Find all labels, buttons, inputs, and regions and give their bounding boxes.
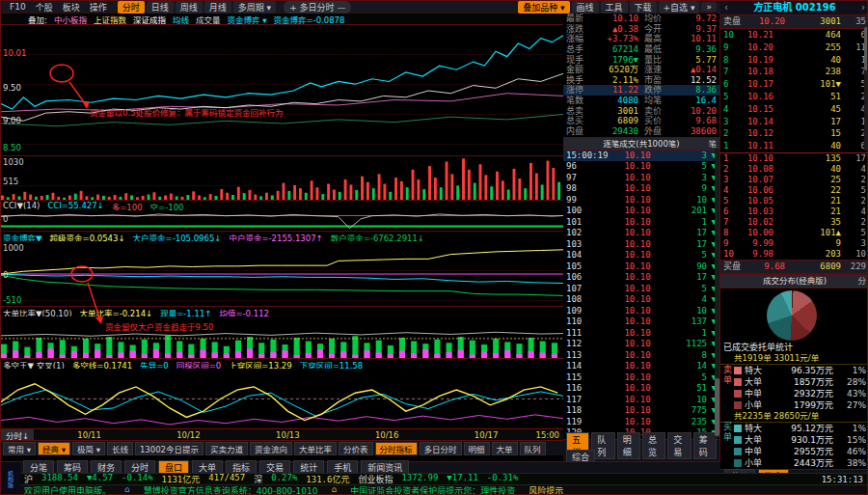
tick-row[interactable]: 119 10.10 235 ▼ [563, 417, 719, 428]
tick-row[interactable]: 112 10.10 1125 ▼ [563, 339, 719, 350]
buy-level-row[interactable]: 5 10.05 21 2 [720, 196, 868, 206]
legend-item[interactable]: 上证指数 [94, 14, 126, 24]
indicator-tab[interactable]: 大单 [492, 442, 518, 455]
tick-row[interactable]: 99 10.10 10 ▼ [563, 195, 719, 206]
indicator-tab[interactable]: 资金流向 [250, 442, 292, 455]
indicator-tab[interactable]: 大单比率 [294, 442, 337, 455]
mid-tab[interactable]: 交易 [667, 432, 691, 459]
tool-button[interactable]: 叠加品种 ▾ [518, 1, 569, 14]
cci-indicator-panel[interactable]: CCI▼(14)CCI=55.427↓多=100空=-100 0 [1, 200, 563, 232]
menu-item[interactable]: F10 [5, 2, 31, 12]
legend-item[interactable]: 中小板指 [54, 14, 87, 24]
layout-dropdown[interactable]: 经典 ▾ [38, 442, 70, 455]
menu-item[interactable]: 板块 [58, 1, 85, 14]
tick-row[interactable]: 96 10.10 5 ▼ [563, 161, 719, 173]
legend-item[interactable]: 均线 [173, 14, 189, 24]
tick-row[interactable]: 118 10.10 775 ▼ [563, 405, 719, 417]
sell-level-row[interactable]: 2 10.12 15 2 [720, 127, 868, 140]
tool-button[interactable]: 下载 [630, 1, 657, 14]
tick-row[interactable]: 100 10.10 201 ▼ [563, 206, 719, 217]
indicator-tab[interactable]: 分价表 [339, 442, 373, 455]
legend-item[interactable]: 资金博弈 ▾ [227, 14, 266, 24]
layout-dropdown[interactable]: 长线 [107, 442, 133, 455]
tool-button[interactable]: 工具 [601, 1, 628, 14]
indicator-tab[interactable]: 队列 [520, 442, 546, 455]
layout-dropdown[interactable]: 常用 ▾ [3, 442, 36, 455]
buy-level-row[interactable]: 4 10.06 22 5 [720, 185, 868, 196]
tick-row[interactable]: 113 10.10 8 ▼ [563, 350, 719, 362]
tick-row[interactable]: 111 10.10 1 ▼ [563, 328, 719, 340]
indicator-tab[interactable]: 明细 [464, 442, 490, 455]
period-tab[interactable]: 分时 [118, 1, 145, 14]
period-tab[interactable]: 月线 [204, 1, 231, 14]
layout-dropdown[interactable]: 极简 ▾ [72, 442, 105, 455]
sell-level-row[interactable]: 9 10.20 255 11 [720, 41, 868, 54]
tick-row[interactable]: 117 10.10 10 ▼ [563, 395, 719, 406]
tick-scrollbar[interactable] [715, 149, 719, 438]
big-order-ratio-panel[interactable]: 大单比率▼(50,10)大单比率=-0.214↓现量=-1.11↑均值=-0.1… [1, 306, 563, 359]
sell-group-summary: 共1919单 33011元/单 [720, 353, 868, 365]
legend-item[interactable]: 深证成指 [133, 14, 166, 24]
oscillator-panel[interactable]: 多空王▼ 交叉(1)多空线=0.1741先导=0回探区间=0上穿区间=13.29… [1, 358, 563, 429]
buy-level-row[interactable]: 10 9.98 203 10 [720, 249, 868, 260]
buy-level-row[interactable]: 2 10.08 40 4 [720, 164, 868, 175]
tick-row[interactable]: 114 10.10 14 ▼ [563, 361, 719, 372]
tick-row[interactable]: 97 10.10 3 ▼ [563, 173, 719, 184]
period-tab[interactable]: 周线 [176, 1, 203, 14]
buy-level-row[interactable]: 6 10.03 21 4 [720, 206, 868, 217]
sell-level-row[interactable]: 10 10.21 464 6 [720, 29, 868, 41]
tool-button[interactable]: » [701, 2, 717, 12]
indicator-tab[interactable]: 多日分时 [420, 442, 462, 455]
fund-flow-panel[interactable]: 资金博弈▼超级资金=0.0543↓大户资金=-105.0965↓中户资金=-21… [1, 231, 563, 307]
tick-row[interactable]: 108 10.10 4 ▼ [563, 294, 719, 306]
buy-level-row[interactable]: 7 10.02 35 2 [720, 217, 868, 228]
tick-row[interactable]: 103 10.10 17 ▼ [563, 239, 719, 251]
sell-level-row[interactable]: 1 10.11 40 6 [720, 140, 868, 152]
tick-row[interactable]: 110 10.10 137 ▼ [563, 316, 719, 328]
multiday-intraday-button[interactable]: + 多日分时 — [284, 1, 351, 14]
book-scrollbar-thumb[interactable] [864, 27, 868, 70]
mid-tab[interactable]: 总览 [642, 432, 665, 459]
prev-stock-icon[interactable]: ‹ [720, 1, 732, 14]
tick-row[interactable]: 102 10.10 17 ▼ [563, 228, 719, 239]
indicator-tab[interactable]: 买卖力道 [205, 442, 248, 455]
tick-row[interactable]: 101 10.10 1 ▼ [563, 217, 719, 229]
period-tab[interactable]: 日线 [147, 1, 174, 14]
next-stock-icon[interactable]: › [857, 1, 868, 14]
tick-row[interactable]: 105 10.10 90 ▼ [563, 261, 719, 273]
tick-row[interactable]: 15:00:19 10.10 3 ▼ [563, 151, 719, 162]
tick-row[interactable]: 109 10.10 10 ▼ [563, 306, 719, 317]
mid-tab[interactable]: 筹码 [693, 432, 717, 459]
indicator-tab[interactable]: 13002今日提示 [135, 442, 203, 455]
volume-panel[interactable]: 1030 515 [1, 155, 563, 201]
buy-level-row[interactable]: 9 9.99 9 3 [720, 238, 868, 249]
tick-row[interactable]: 115 10.10 5 ▼ [563, 372, 719, 384]
legend-item[interactable]: 成交量 [196, 14, 221, 24]
legend-item[interactable]: 资金博弈=-0.0878 [273, 14, 344, 24]
tool-button[interactable]: 画线 [572, 1, 599, 14]
sell-level-row[interactable]: 5 10.16 51 2 [720, 91, 868, 103]
tick-scrollbar-thumb[interactable] [715, 378, 719, 436]
tick-row[interactable]: 107 10.10 5 ▼ [563, 284, 719, 295]
intraday-price-panel[interactable]: 10.01 9.50 9.00 8.50 [1, 24, 563, 156]
tick-row[interactable]: 106 10.10 17 ▼ [563, 272, 719, 284]
menu-item[interactable]: 个股 [31, 1, 58, 14]
sell-level-row[interactable]: 8 10.19 40 1 [720, 54, 868, 67]
sell-level-row[interactable]: 7 10.18 238 7 [720, 66, 868, 78]
menu-item[interactable]: 操作 [85, 1, 112, 14]
tick-row[interactable]: 104 10.10 5 ▼ [563, 250, 719, 261]
tick-row[interactable]: 98 10.10 9 ▼ [563, 183, 719, 195]
buy-level-row[interactable]: 8 10.00 101▲ 5 [720, 228, 868, 238]
buy-level-row[interactable]: 3 10.07 25 2 [720, 175, 868, 185]
sell-level-row[interactable]: 3 10.14 17 1 [720, 116, 868, 128]
tick-row[interactable]: 116 10.10 51 ▼ [563, 383, 719, 395]
sell-level-row[interactable]: 6 10.17 101▼ 5 [720, 78, 868, 91]
indicator-tab[interactable]: 分时指标 [375, 442, 418, 455]
buy-level-row[interactable]: 1 10.10 135 17 [720, 153, 868, 164]
mid-tab[interactable]: 明细 [617, 432, 640, 459]
book-scrollbar[interactable] [864, 27, 868, 151]
tool-button[interactable]: +自选 ▾ [659, 1, 700, 14]
period-tab[interactable]: 多周期 ▾ [233, 1, 276, 14]
quote-row: 换手 2.11% 市盈 12.52 [563, 75, 719, 86]
sell-level-row[interactable]: 4 10.15 45 4 [720, 103, 868, 116]
